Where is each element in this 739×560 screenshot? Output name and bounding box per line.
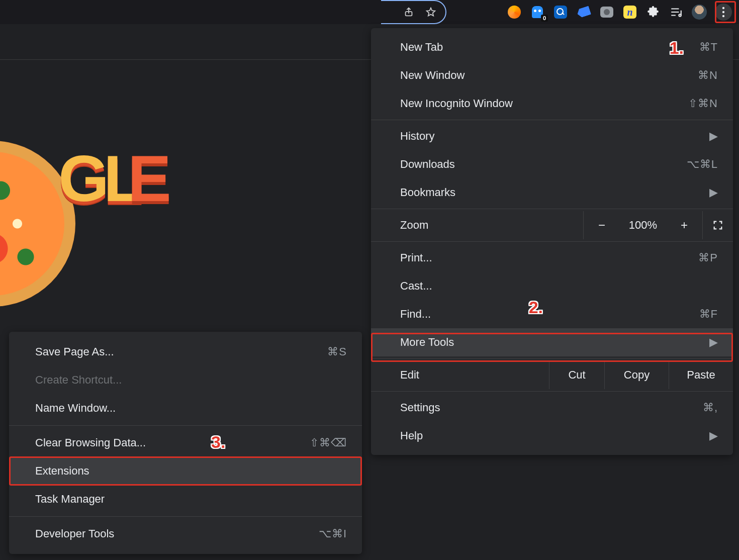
- more-tools-submenu: Save Page As... ⌘S Create Shortcut... Na…: [9, 332, 362, 554]
- menu-item-label: More Tools: [400, 336, 709, 349]
- note-icon: n: [623, 6, 636, 19]
- menu-item-zoom: Zoom − 100% +: [371, 211, 733, 239]
- menu-item-shortcut: ⌘S: [327, 345, 347, 358]
- share-icon[interactable]: [403, 7, 414, 18]
- submenu-item-name-window[interactable]: Name Window...: [9, 394, 362, 422]
- zoom-out-button[interactable]: −: [584, 211, 620, 239]
- menu-item-history[interactable]: History ▶: [371, 122, 733, 150]
- menu-item-downloads[interactable]: Downloads ⌥⌘L: [371, 150, 733, 178]
- chevron-right-icon: ▶: [709, 130, 718, 143]
- menu-separator: [371, 209, 733, 209]
- menu-item-shortcut: ⌥⌘I: [319, 527, 347, 540]
- menu-item-settings[interactable]: Settings ⌘,: [371, 394, 733, 422]
- menu-item-cast[interactable]: Cast...: [371, 272, 733, 300]
- menu-item-label: Cast...: [400, 279, 718, 293]
- swirl-icon: [508, 6, 521, 19]
- svg-point-4: [722, 15, 724, 17]
- chevron-right-icon: ▶: [709, 186, 718, 199]
- magnifier-icon: [554, 6, 567, 19]
- menu-separator: [371, 241, 733, 242]
- menu-item-label: Bookmarks: [400, 186, 709, 199]
- submenu-item-create-shortcut: Create Shortcut...: [9, 366, 362, 394]
- chevron-right-icon: ▶: [709, 336, 718, 349]
- price-tag-extension[interactable]: [576, 5, 591, 20]
- menu-item-help[interactable]: Help ▶: [371, 422, 733, 450]
- omnibox-right-edge: [381, 0, 446, 24]
- menu-item-label: Zoom: [400, 219, 583, 232]
- menu-item-label: Help: [400, 429, 709, 442]
- extensions-button[interactable]: [645, 5, 661, 20]
- chevron-right-icon: ▶: [709, 429, 718, 442]
- submenu-item-task-manager[interactable]: Task Manager: [9, 485, 362, 513]
- submenu-item-developer-tools[interactable]: Developer Tools ⌥⌘I: [9, 520, 362, 548]
- menu-item-label: Create Shortcut...: [35, 374, 347, 387]
- bookmark-star-icon[interactable]: [425, 7, 436, 18]
- menu-separator: [371, 391, 733, 392]
- edit-paste-button[interactable]: Paste: [669, 361, 733, 389]
- menu-separator: [9, 425, 362, 426]
- menu-item-label: Developer Tools: [35, 527, 319, 540]
- menu-separator: [9, 516, 362, 517]
- menu-item-label: Find...: [400, 308, 699, 321]
- kebab-icon: [722, 7, 725, 18]
- menu-separator: [371, 120, 733, 120]
- menu-item-new-window[interactable]: New Window ⌘N: [371, 61, 733, 89]
- submenu-item-extensions[interactable]: Extensions: [9, 457, 362, 485]
- svg-point-3: [722, 11, 724, 13]
- menu-item-shortcut: ⇧⌘⌫: [310, 436, 347, 449]
- menu-item-edit: Edit Cut Copy Paste: [371, 361, 733, 389]
- avatar-icon: [692, 5, 707, 20]
- menu-item-shortcut: ⌘P: [698, 251, 718, 264]
- edit-cut-button[interactable]: Cut: [549, 361, 604, 389]
- menu-item-shortcut: ⌘,: [703, 401, 718, 414]
- chrome-main-menu: New Tab ⌘T New Window ⌘N New Incognito W…: [371, 28, 733, 455]
- profile-button[interactable]: [692, 5, 707, 20]
- extension-cluster: 0 n: [497, 0, 739, 24]
- search-extension[interactable]: [553, 5, 568, 20]
- menu-item-label: New Window: [400, 69, 698, 82]
- doodle-letter: E: [128, 141, 168, 216]
- menu-item-more-tools[interactable]: More Tools ▶: [371, 328, 733, 356]
- fullscreen-button[interactable]: [703, 220, 733, 231]
- notability-extension[interactable]: n: [622, 5, 637, 20]
- zoom-in-button[interactable]: +: [666, 211, 702, 239]
- menu-item-label: Clear Browsing Data...: [35, 436, 310, 449]
- menu-item-print[interactable]: Print... ⌘P: [371, 244, 733, 272]
- zoom-value: 100%: [620, 219, 666, 232]
- ghostery-extension[interactable]: 0: [530, 5, 545, 20]
- colorful-swirl-extension[interactable]: [507, 5, 522, 20]
- menu-item-shortcut: ⌘F: [699, 308, 718, 321]
- menu-item-label: Settings: [400, 401, 703, 414]
- media-control-button[interactable]: [669, 5, 684, 20]
- submenu-item-save-page-as[interactable]: Save Page As... ⌘S: [9, 338, 362, 366]
- submenu-item-clear-browsing-data[interactable]: Clear Browsing Data... ⇧⌘⌫: [9, 429, 362, 457]
- menu-item-label: Name Window...: [35, 402, 347, 415]
- menu-item-bookmarks[interactable]: Bookmarks ▶: [371, 178, 733, 207]
- menu-item-label: Task Manager: [35, 493, 347, 506]
- edit-copy-button[interactable]: Copy: [604, 361, 669, 389]
- menu-item-label: Save Page As...: [35, 345, 327, 358]
- menu-item-new-incognito[interactable]: New Incognito Window ⇧⌘N: [371, 89, 733, 118]
- menu-item-shortcut: ⇧⌘N: [688, 97, 718, 110]
- doodle-letter: G: [58, 141, 106, 216]
- menu-item-label: Downloads: [400, 158, 687, 171]
- kebab-menu-button[interactable]: [715, 4, 732, 21]
- puzzle-icon: [646, 6, 660, 19]
- menu-item-shortcut: ⌘T: [699, 41, 718, 54]
- menu-item-label: New Incognito Window: [400, 97, 688, 110]
- menu-item-label: Print...: [400, 251, 698, 264]
- menu-separator: [371, 358, 733, 359]
- menu-item-label: New Tab: [400, 41, 699, 54]
- camera-extension[interactable]: [599, 5, 614, 20]
- camera-icon: [600, 7, 613, 18]
- price-tag-icon: [576, 6, 591, 18]
- menu-item-new-tab[interactable]: New Tab ⌘T: [371, 33, 733, 61]
- menu-item-find[interactable]: Find... ⌘F: [371, 300, 733, 328]
- svg-point-2: [722, 7, 724, 9]
- playlist-music-icon: [670, 6, 683, 19]
- extension-badge: 0: [541, 15, 548, 22]
- menu-item-shortcut: ⌥⌘L: [687, 158, 718, 171]
- menu-item-shortcut: ⌘N: [698, 69, 718, 82]
- menu-item-label: History: [400, 130, 709, 143]
- menu-item-label: Extensions: [35, 464, 347, 478]
